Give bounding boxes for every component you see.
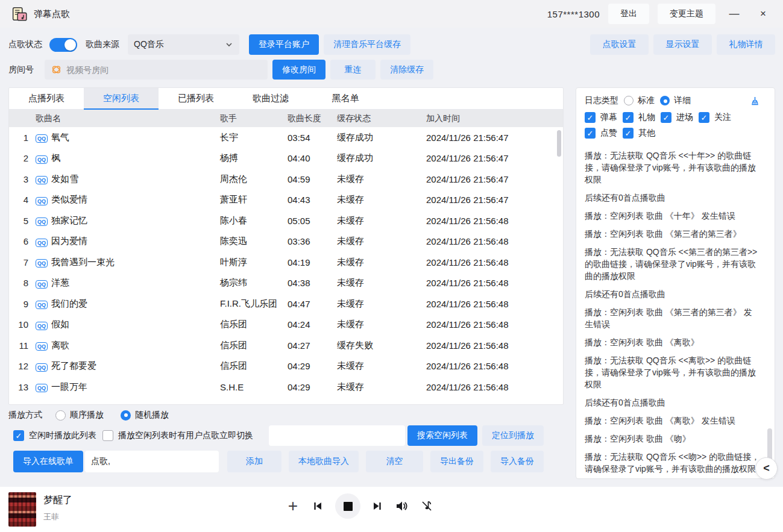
tab-2[interactable]: 已播列表 <box>159 88 233 109</box>
log-filter-checkbox[interactable]: ✓点赞 <box>585 128 617 139</box>
radio-log-standard[interactable]: 标准 <box>624 95 655 106</box>
table-scrollbar[interactable] <box>557 130 561 401</box>
song-name: 洋葱 <box>51 277 220 289</box>
stop-button[interactable] <box>335 493 360 519</box>
radio-random[interactable]: 随机播放 <box>121 410 169 421</box>
minimize-button[interactable]: — <box>724 5 744 23</box>
table-row[interactable]: 2QQ枫杨搏04:40缓存成功2024/11/26 21:56:47 <box>9 148 563 169</box>
clear-log-icon[interactable] <box>750 96 760 106</box>
login-platform-button[interactable]: 登录平台账户 <box>249 34 319 55</box>
close-button[interactable]: × <box>753 5 773 23</box>
local-import-button[interactable]: 本地歌曲导入 <box>289 451 359 472</box>
table-row[interactable]: 9QQ我们的爱F.I.R.飞儿乐团04:47未缓存2024/11/26 21:5… <box>9 293 563 315</box>
cache-status: 缓存失败 <box>337 340 426 351</box>
log-filter-checkbox[interactable]: ✓进场 <box>661 112 693 123</box>
log-entry: 播放：无法获取 QQ音乐 <<第三者的第三者>> 的歌曲链接，请确保登录了vip… <box>585 246 760 282</box>
cache-status: 未缓存 <box>337 298 426 310</box>
volume-button[interactable] <box>391 495 412 517</box>
tab-3[interactable]: 歌曲过滤 <box>233 88 308 109</box>
radio-sequential[interactable]: 顺序播放 <box>55 410 104 421</box>
added-time: 2024/11/26 21:56:48 <box>426 382 563 392</box>
checkbox-idle-play[interactable]: ✓ 空闲时播放此列表 <box>13 430 96 441</box>
song-source-label: 歌曲来源 <box>86 39 119 50</box>
table-row[interactable]: 4QQ类似爱情萧亚轩04:43未缓存2024/11/26 21:56:47 <box>9 190 563 211</box>
row-index: 10 <box>9 319 36 330</box>
table-row[interactable]: 3QQ发如雪周杰伦04:59未缓存2024/11/26 21:56:47 <box>9 169 563 190</box>
song-settings-button[interactable]: 点歌设置 <box>590 34 649 55</box>
table-row[interactable]: 6QQ因为爱情陈奕迅03:36未缓存2024/11/26 21:56:48 <box>9 231 563 252</box>
cache-status: 未缓存 <box>337 194 426 205</box>
gift-details-button[interactable]: 礼物详情 <box>717 34 775 55</box>
logout-button[interactable]: 登出 <box>608 4 649 24</box>
next-track-button[interactable] <box>366 495 388 517</box>
table-row[interactable]: 12QQ死了都要爱信乐团04:29未缓存2024/11/26 21:56:48 <box>9 356 563 377</box>
log-filter-checkboxes: ✓弹幕✓礼物✓进场✓关注✓点赞✓其他 <box>585 112 766 143</box>
room-number-input[interactable] <box>45 60 268 80</box>
added-time: 2024/11/26 21:56:48 <box>426 216 563 226</box>
row-index: 8 <box>9 278 36 288</box>
stop-icon <box>344 502 353 511</box>
song-name: 假如 <box>51 319 220 330</box>
room-row: 房间号 修改房间 重连 清除缓存 <box>8 60 775 80</box>
log-entry: 播放：无法获取 QQ音乐 <<十年>> 的歌曲链接，请确保登录了vip账号，并有… <box>585 149 760 186</box>
qq-music-icon: QQ <box>36 257 51 268</box>
added-time: 2024/11/26 21:56:48 <box>426 236 563 246</box>
mute-music-button[interactable] <box>416 495 438 517</box>
clear-list-button[interactable]: 清空 <box>366 451 423 472</box>
table-row[interactable]: 5QQ独家记忆陈小春05:05未缓存2024/11/26 21:56:48 <box>9 210 563 231</box>
reconnect-button[interactable]: 重连 <box>330 60 376 80</box>
locate-playing-button[interactable]: 定位到播放 <box>482 425 544 446</box>
song-status-toggle[interactable] <box>49 38 77 52</box>
titlebar: 弹幕点歌 157****1300 登出 变更主题 — × <box>0 0 783 28</box>
song-keyword-input[interactable] <box>85 451 219 472</box>
checkbox-instant-switch[interactable]: ✓ 播放空闲列表时有用户点歌立即切换 <box>102 430 253 441</box>
table-row[interactable]: 11QQ离歌信乐团04:27缓存失败2024/11/26 21:56:48 <box>9 335 563 356</box>
tab-1[interactable]: 空闲列表 <box>84 88 159 109</box>
table-row[interactable]: 1QQ氧气长宇03:54缓存成功2024/11/26 21:56:47 <box>9 127 563 148</box>
col-song-name: 歌曲名 <box>36 113 220 124</box>
song-duration: 04:27 <box>288 340 337 351</box>
clean-music-cache-button[interactable]: 清理音乐平台缓存 <box>324 34 410 55</box>
log-filter-label: 进场 <box>676 112 693 123</box>
import-backup-button[interactable]: 导入备份 <box>491 451 544 472</box>
tab-0[interactable]: 点播列表 <box>9 88 84 109</box>
checkbox-checked-icon: ✓ <box>661 112 671 123</box>
song-table-body: 1QQ氧气长宇03:54缓存成功2024/11/26 21:56:472QQ枫杨… <box>9 127 563 398</box>
log-filter-checkbox[interactable]: ✓其他 <box>623 128 655 139</box>
change-theme-button[interactable]: 变更主题 <box>658 4 715 24</box>
col-cache-status: 缓存状态 <box>337 113 426 124</box>
previous-track-button[interactable] <box>307 495 329 517</box>
song-source-select[interactable]: QQ音乐 <box>128 34 239 55</box>
log-filter-checkbox[interactable]: ✓弹幕 <box>585 112 617 123</box>
table-row[interactable]: 8QQ洋葱杨宗纬04:38未缓存2024/11/26 21:56:48 <box>9 273 563 294</box>
log-entry: 播放：空闲列表 歌曲 《吻》 <box>585 433 760 445</box>
modify-room-button[interactable]: 修改房间 <box>272 60 325 80</box>
log-filter-checkbox[interactable]: ✓礼物 <box>623 112 655 123</box>
tab-4[interactable]: 黑名单 <box>308 88 383 109</box>
add-song-button[interactable]: 添加 <box>227 451 281 472</box>
log-filter-checkbox[interactable]: ✓关注 <box>699 112 731 123</box>
idle-search-row: ✓ 空闲时播放此列表 ✓ 播放空闲列表时有用户点歌立即切换 搜索空闲列表 定位到… <box>8 425 557 446</box>
export-backup-button[interactable]: 导出备份 <box>430 451 483 472</box>
add-to-list-button[interactable]: + <box>282 495 304 517</box>
display-settings-button[interactable]: 显示设置 <box>653 34 712 55</box>
idle-list-search-input[interactable] <box>269 425 405 446</box>
cache-status: 未缓存 <box>337 360 426 372</box>
row-index: 11 <box>9 340 36 351</box>
checkbox-checked-icon: ✓ <box>699 112 709 123</box>
collapse-log-button[interactable]: < <box>755 457 778 480</box>
log-scrollbar[interactable] <box>767 95 772 469</box>
log-entry: 播放：空闲列表 歌曲 《第三者的第三者》 <box>585 228 760 240</box>
table-row[interactable]: 13QQ一眼万年S.H.E04:29未缓存2024/11/26 21:56:48 <box>9 377 563 398</box>
search-idle-list-button[interactable]: 搜索空闲列表 <box>407 425 477 446</box>
song-list-panel: 点播列表空闲列表已播列表歌曲过滤黑名单 歌曲名 歌手 歌曲长度 缓存状态 加入时… <box>8 87 564 405</box>
clear-cache-button[interactable]: 清除缓存 <box>380 60 433 80</box>
row-index: 12 <box>9 361 36 371</box>
table-row[interactable]: 7QQ我曾遇到一束光叶斯淳04:19未缓存2024/11/26 21:56:48 <box>9 252 563 273</box>
import-online-playlist-button[interactable]: 导入在线歌单 <box>13 451 83 472</box>
added-time: 2024/11/26 21:56:47 <box>426 133 563 143</box>
log-entries: 播放：无法获取 QQ音乐 <<十年>> 的歌曲链接，请确保登录了vip账号，并有… <box>585 149 760 479</box>
log-type-label: 日志类型 <box>585 95 618 106</box>
table-row[interactable]: 10QQ假如信乐团04:24未缓存2024/11/26 21:56:48 <box>9 315 563 336</box>
radio-log-detailed[interactable]: 详细 <box>660 95 691 106</box>
